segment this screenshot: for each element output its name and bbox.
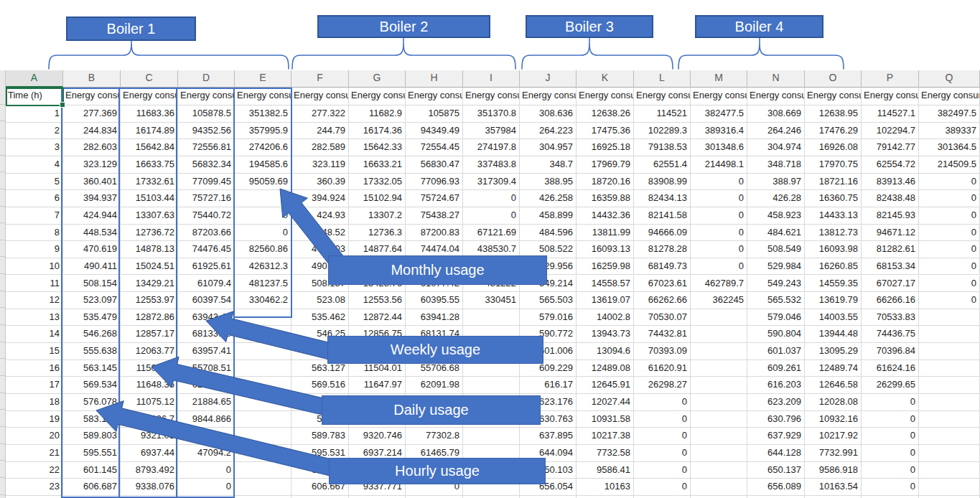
cell-D23[interactable]: 0 xyxy=(178,462,235,479)
cell-J8[interactable]: 458.899 xyxy=(520,207,577,225)
cell-L10[interactable]: 81278.28 xyxy=(634,241,691,258)
cell-M9[interactable]: 0 xyxy=(691,225,747,242)
column-header-L[interactable]: L xyxy=(634,70,691,88)
cell-C15[interactable]: 12857.17 xyxy=(121,326,178,343)
cell-K14[interactable]: 14002.8 xyxy=(577,309,634,326)
cell-B13[interactable]: 523.097 xyxy=(63,292,121,309)
cell-O21[interactable]: 10217.92 xyxy=(805,428,862,445)
cell-E9[interactable]: 0 xyxy=(235,225,291,242)
cell-B5[interactable]: 323.129 xyxy=(63,156,121,174)
cell-N20[interactable]: 630.796 xyxy=(747,411,805,428)
cell-B6[interactable]: 360.401 xyxy=(63,174,121,191)
cell-D9[interactable]: 87203.66 xyxy=(178,225,235,242)
cell-M7[interactable]: 0 xyxy=(691,190,747,207)
cell-K21[interactable]: 10217.38 xyxy=(577,428,634,445)
cell-O1[interactable]: Energy consumption xyxy=(805,88,862,105)
cell-C7[interactable]: 15103.44 xyxy=(121,190,178,207)
cell-N1[interactable]: Energy consumption xyxy=(747,88,805,105)
cell-L14[interactable]: 70530.07 xyxy=(634,309,691,326)
cell-P23[interactable]: 0 xyxy=(862,462,919,479)
cell-N9[interactable]: 484.621 xyxy=(747,225,805,242)
cell-H7[interactable]: 75724.67 xyxy=(406,190,463,207)
cell-K15[interactable]: 13943.73 xyxy=(577,326,634,343)
cell-G1[interactable]: Energy consumption xyxy=(349,88,406,105)
cell-N3[interactable]: 264.246 xyxy=(747,123,805,140)
cell-N19[interactable]: 623.209 xyxy=(747,394,805,411)
cell-I2[interactable]: 351370.8 xyxy=(463,105,520,123)
cell-E13[interactable]: 330462.2 xyxy=(235,292,291,309)
cell-D11[interactable]: 61925.61 xyxy=(178,258,235,276)
column-header-I[interactable]: I xyxy=(463,70,520,88)
cell-H9[interactable]: 87200.83 xyxy=(406,225,463,242)
cell-Q1[interactable]: Energy consumption xyxy=(919,88,980,105)
cell-N21[interactable]: 637.929 xyxy=(747,428,805,445)
column-header-C[interactable]: C xyxy=(121,70,178,88)
cell-O4[interactable]: 16926.08 xyxy=(805,139,862,156)
cell-P15[interactable]: 74436.75 xyxy=(862,326,919,343)
cell-L2[interactable]: 114521 xyxy=(634,105,691,123)
cell-Q20[interactable] xyxy=(919,411,980,428)
cell-M16[interactable] xyxy=(691,343,747,360)
cell-E15[interactable] xyxy=(235,326,291,343)
cell-J1[interactable]: Energy consumption xyxy=(520,88,577,105)
cell-E22[interactable] xyxy=(235,445,291,462)
cell-K3[interactable]: 17475.36 xyxy=(577,123,634,140)
column-header-P[interactable]: P xyxy=(862,70,919,88)
cell-O18[interactable]: 12646.58 xyxy=(805,377,862,394)
cell-E3[interactable]: 357995.9 xyxy=(235,123,291,140)
column-header-G[interactable]: G xyxy=(349,70,406,88)
cell-A12[interactable]: 11 xyxy=(6,276,63,293)
cell-M24[interactable] xyxy=(691,479,747,496)
cell-G7[interactable]: 15102.94 xyxy=(349,190,406,207)
cell-K2[interactable]: 12638.26 xyxy=(577,105,634,123)
cell-L4[interactable]: 79138.53 xyxy=(634,139,691,156)
cell-D16[interactable]: 63957.41 xyxy=(178,343,235,360)
cell-O20[interactable]: 10932.16 xyxy=(805,411,862,428)
cell-N13[interactable]: 565.532 xyxy=(747,292,805,309)
cell-E18[interactable] xyxy=(235,377,291,394)
cell-N18[interactable]: 616.203 xyxy=(747,377,805,394)
cell-A8[interactable]: 7 xyxy=(6,207,63,225)
cell-D15[interactable]: 68133.98 xyxy=(178,326,235,343)
cell-C23[interactable]: 8793.492 xyxy=(121,462,178,479)
cell-A22[interactable]: 21 xyxy=(6,445,63,462)
cell-N11[interactable]: 529.984 xyxy=(747,258,805,276)
cell-Q23[interactable] xyxy=(919,462,980,479)
cell-Q10[interactable]: 0 xyxy=(919,241,980,258)
cell-L18[interactable]: 26298.27 xyxy=(634,377,691,394)
cell-C11[interactable]: 15024.51 xyxy=(121,258,178,276)
cell-D18[interactable]: 62093.85 xyxy=(178,377,235,394)
cell-K17[interactable]: 12489.08 xyxy=(577,360,634,377)
cell-H4[interactable]: 72554.45 xyxy=(406,139,463,156)
cell-M12[interactable]: 462789.7 xyxy=(691,276,747,293)
cell-K5[interactable]: 17969.79 xyxy=(577,156,634,174)
cell-L20[interactable]: 0 xyxy=(634,411,691,428)
cell-C14[interactable]: 12872.86 xyxy=(121,309,178,326)
cell-G18[interactable]: 11647.97 xyxy=(349,377,406,394)
cell-C8[interactable]: 13307.63 xyxy=(121,207,178,225)
cell-C24[interactable]: 9338.076 xyxy=(121,479,178,496)
column-header-D[interactable]: D xyxy=(178,70,235,88)
cell-P14[interactable]: 70533.83 xyxy=(862,309,919,326)
cell-O16[interactable]: 13095.29 xyxy=(805,343,862,360)
cell-B22[interactable]: 595.551 xyxy=(63,445,121,462)
cell-M19[interactable] xyxy=(691,394,747,411)
cell-M5[interactable]: 214498.1 xyxy=(691,156,747,174)
cell-H5[interactable]: 56830.47 xyxy=(406,156,463,174)
cell-E16[interactable] xyxy=(235,343,291,360)
cell-L9[interactable]: 94666.09 xyxy=(634,225,691,242)
cell-P8[interactable]: 82145.93 xyxy=(862,207,919,225)
cell-K13[interactable]: 13619.07 xyxy=(577,292,634,309)
cell-P16[interactable]: 70396.84 xyxy=(862,343,919,360)
cell-D1[interactable]: Energy consumption xyxy=(178,88,235,105)
cell-D4[interactable]: 72556.81 xyxy=(178,139,235,156)
cell-A4[interactable]: 3 xyxy=(6,139,63,156)
cell-G9[interactable]: 12736.3 xyxy=(349,225,406,242)
cell-L22[interactable]: 0 xyxy=(634,445,691,462)
cell-C17[interactable]: 11504.29 xyxy=(121,360,178,377)
cell-P22[interactable]: 0 xyxy=(862,445,919,462)
cell-Q5[interactable]: 214509.5 xyxy=(919,156,980,174)
cell-H1[interactable]: Energy consumption xyxy=(406,88,463,105)
column-header-B[interactable]: B xyxy=(63,70,121,88)
cell-D19[interactable]: 21884.65 xyxy=(178,394,235,411)
